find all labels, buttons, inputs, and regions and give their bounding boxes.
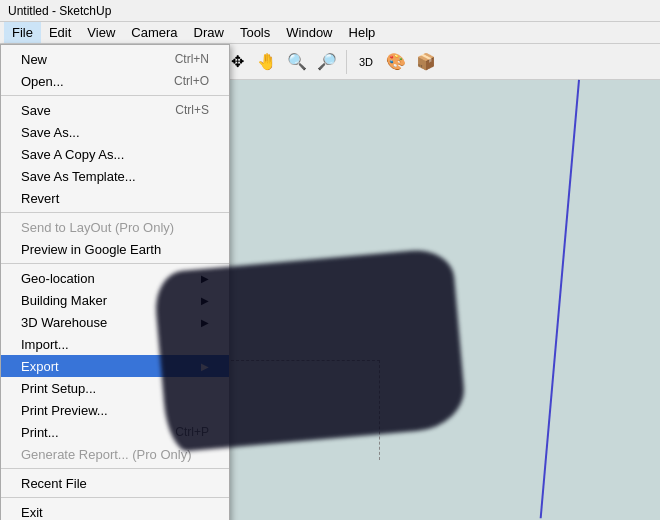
menu-item-printsetup-label: Print Setup... — [21, 381, 96, 396]
menu-item-print-label: Print... — [21, 425, 59, 440]
menu-item-layout-label: Send to LayOut (Pro Only) — [21, 220, 174, 235]
toolbar-zoom-extents[interactable]: 🔍 — [283, 48, 311, 76]
toolbar-component[interactable]: 📦 — [412, 48, 440, 76]
menu-file[interactable]: File — [4, 22, 41, 43]
menu-camera[interactable]: Camera — [123, 22, 185, 43]
menu-item-revert-label: Revert — [21, 191, 59, 206]
title-bar: Untitled - SketchUp — [0, 0, 660, 22]
menu-item-new-shortcut: Ctrl+N — [175, 52, 209, 66]
sep5 — [1, 497, 229, 498]
menu-item-3dwarehouse-label: 3D Warehouse — [21, 315, 107, 330]
menu-view[interactable]: View — [79, 22, 123, 43]
sep3 — [1, 263, 229, 264]
toolbar-btn6[interactable]: 🤚 — [253, 48, 281, 76]
menu-item-revert[interactable]: Revert — [1, 187, 229, 209]
toolbar-zoom-in[interactable]: 🔎 — [313, 48, 341, 76]
dark-blob-overlay — [153, 247, 468, 452]
canvas-line — [540, 80, 580, 519]
menu-item-saveas[interactable]: Save As... — [1, 121, 229, 143]
menu-item-geolocation-label: Geo-location — [21, 271, 95, 286]
menu-window[interactable]: Window — [278, 22, 340, 43]
menu-item-import-label: Import... — [21, 337, 69, 352]
menu-item-open-shortcut: Ctrl+O — [174, 74, 209, 88]
toolbar-3d[interactable]: 3D — [352, 48, 380, 76]
menu-item-savetemplate-label: Save As Template... — [21, 169, 136, 184]
menu-item-googleearth-label: Preview in Google Earth — [21, 242, 161, 257]
menu-item-save-shortcut: Ctrl+S — [175, 103, 209, 117]
title-text: Untitled - SketchUp — [8, 4, 111, 18]
menu-help[interactable]: Help — [341, 22, 384, 43]
menu-item-layout: Send to LayOut (Pro Only) — [1, 216, 229, 238]
menu-item-savetemplate[interactable]: Save As Template... — [1, 165, 229, 187]
sep1 — [1, 95, 229, 96]
menu-draw[interactable]: Draw — [186, 22, 232, 43]
menu-bar: File Edit View Camera Draw Tools Window … — [0, 22, 660, 44]
menu-item-export-label: Export — [21, 359, 59, 374]
menu-item-save-label: Save — [21, 103, 51, 118]
menu-item-save[interactable]: Save Ctrl+S — [1, 99, 229, 121]
menu-item-report-label: Generate Report... (Pro Only) — [21, 447, 192, 462]
menu-item-savecopy[interactable]: Save A Copy As... — [1, 143, 229, 165]
menu-item-open-label: Open... — [21, 74, 64, 89]
menu-edit[interactable]: Edit — [41, 22, 79, 43]
menu-item-savecopy-label: Save A Copy As... — [21, 147, 124, 162]
menu-item-saveas-label: Save As... — [21, 125, 80, 140]
menu-item-open[interactable]: Open... Ctrl+O — [1, 70, 229, 92]
menu-item-printpreview-label: Print Preview... — [21, 403, 108, 418]
menu-item-buildingmaker-label: Building Maker — [21, 293, 107, 308]
menu-item-new-label: New — [21, 52, 47, 67]
sep4 — [1, 468, 229, 469]
menu-item-googleearth[interactable]: Preview in Google Earth — [1, 238, 229, 260]
menu-item-new[interactable]: New Ctrl+N — [1, 48, 229, 70]
menu-item-exit[interactable]: Exit — [1, 501, 229, 520]
toolbar-sep2 — [346, 50, 347, 74]
toolbar-paint[interactable]: 🎨 — [382, 48, 410, 76]
menu-item-recentfile[interactable]: Recent File — [1, 472, 229, 494]
menu-item-exit-label: Exit — [21, 505, 43, 520]
menu-tools[interactable]: Tools — [232, 22, 278, 43]
menu-item-recentfile-label: Recent File — [21, 476, 87, 491]
sep2 — [1, 212, 229, 213]
